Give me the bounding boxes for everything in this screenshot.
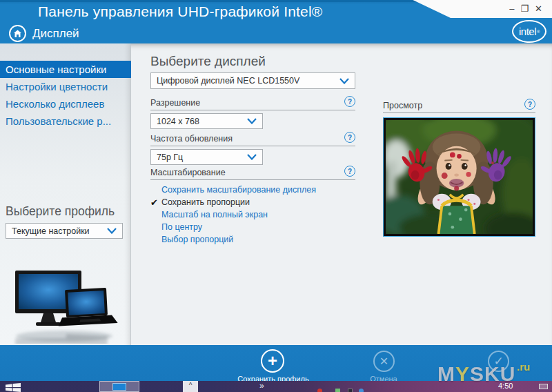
start-button[interactable] [6, 382, 21, 392]
resolution-label: Разрешение [150, 96, 200, 108]
windows-taskbar [0, 381, 552, 392]
sidebar-item-multiple-displays[interactable]: Несколько дисплеев [0, 95, 131, 112]
scaling-options-list: Сохранить масштабирование дисплея ✔ Сохр… [150, 184, 355, 246]
tray-icon-red[interactable] [317, 389, 322, 392]
show-hidden-icons-button[interactable]: ^ [183, 381, 198, 392]
display-select[interactable]: Цифровой дисплей NEC LCD1550V [150, 72, 355, 89]
chevron-down-icon [107, 228, 117, 234]
tray-icon-dark[interactable] [348, 389, 353, 392]
scaling-option-custom-aspect[interactable]: Выбор пропорций [150, 233, 355, 246]
scaling-option-label: Выбор пропорций [161, 235, 233, 244]
save-profile-button[interactable]: + [261, 349, 284, 373]
windows-logo-icon [6, 383, 21, 392]
cross-icon: ✕ [379, 355, 388, 368]
intel-graphics-control-panel: Панель управления UHD-графикой Intel® – … [0, 0, 552, 392]
resolution-select-value: 1024 x 768 [157, 117, 199, 126]
scaling-option-maintain-aspect-ratio[interactable]: ✔ Сохранить пропорции [150, 196, 355, 208]
display-devices-image [12, 269, 119, 344]
resolution-section-header: Разрешение ? [150, 96, 355, 110]
display-select-value: Цифровой дисплей NEC LCD1550V [157, 76, 299, 86]
refresh-rate-select-value: 75p Гц [157, 153, 183, 162]
preview-help-icon[interactable]: ? [524, 99, 535, 110]
chevron-down-icon [339, 78, 349, 84]
scaling-option-label: Сохранить масштабирование дисплея [161, 185, 316, 195]
chevron-down-icon [247, 154, 257, 160]
tray-icon-green[interactable] [335, 389, 340, 392]
chevron-down-icon [247, 118, 257, 124]
refresh-rate-select[interactable]: 75p Гц [150, 149, 263, 165]
check-icon: ✓ [493, 354, 503, 369]
resolution-help-icon[interactable]: ? [344, 96, 355, 107]
profile-select-value: Текущие настройки [12, 226, 90, 236]
scaling-option-label: По центру [161, 222, 202, 232]
sidebar-nav: Основные настройки Настройки цветности Н… [0, 61, 131, 130]
sidebar-item-color-settings[interactable]: Настройки цветности [0, 78, 131, 95]
scaling-option-scale-full-screen[interactable]: Масштаб на полный экран [150, 208, 355, 221]
home-icon [13, 30, 22, 38]
scaling-help-icon[interactable]: ? [344, 166, 355, 177]
preview-label: Просмотр [383, 99, 422, 110]
checkmark-icon: ✔ [150, 197, 160, 208]
refresh-rate-label: Частота обновления [150, 132, 233, 144]
scaling-label: Масштабирование [150, 166, 226, 177]
window-controls: – ❐ ✕ [509, 3, 542, 14]
scaling-option-maintain-display-scaling[interactable]: Сохранить масштабирование дисплея [150, 184, 355, 196]
select-display-heading: Выберите дисплей [150, 54, 266, 69]
intel-logo-registered-mark: ® [537, 30, 540, 34]
taskbar-clock[interactable]: 4:50 [498, 382, 513, 390]
scaling-section-header: Масштабирование ? [150, 166, 355, 180]
scaling-option-label: Сохранить пропорции [161, 197, 250, 207]
title-bar: Панель управления UHD-графикой Intel® – … [0, 0, 552, 43]
resolution-select[interactable]: 1024 x 768 [150, 113, 263, 129]
minimize-button[interactable]: – [509, 3, 514, 14]
home-button[interactable] [9, 25, 26, 42]
page-title: Дисплей [32, 27, 79, 41]
preview-section-header: Просмотр ? [383, 99, 535, 113]
app-window-icon [112, 383, 126, 391]
maximize-button[interactable]: ❐ [520, 3, 529, 14]
tray-icon-blue[interactable] [359, 389, 364, 392]
preview-photo-girl-painted-hands [386, 120, 533, 234]
refresh-rate-help-icon[interactable]: ? [344, 132, 355, 143]
profile-select[interactable]: Текущие настройки [6, 223, 123, 239]
apply-button[interactable]: ✓ [488, 351, 509, 372]
sidebar-item-custom-resolutions[interactable]: Пользовательские р... [0, 112, 131, 130]
app-title: Панель управления UHD-графикой Intel® [38, 3, 323, 20]
sub-header: Дисплей [9, 25, 79, 42]
scaling-option-center[interactable]: По центру [150, 221, 355, 233]
close-button[interactable]: ✕ [535, 3, 542, 14]
refresh-rate-section-header: Частота обновления ? [150, 132, 355, 146]
cancel-button[interactable]: ✕ [373, 351, 395, 372]
taskbar-app-button[interactable] [99, 381, 139, 392]
scaling-option-label: Масштаб на полный экран [161, 210, 268, 219]
sidebar: Основные настройки Настройки цветности Н… [0, 43, 131, 345]
profile-section-label: Выберите профиль [6, 204, 115, 219]
sidebar-item-general-settings[interactable]: Основные настройки [0, 61, 131, 78]
taskbar-more-icon[interactable]: » [259, 381, 264, 391]
intel-logo-text: intel [519, 26, 536, 37]
intel-logo: intel® [512, 20, 546, 43]
battery-icon[interactable] [539, 384, 548, 389]
preview-image-frame [383, 117, 535, 237]
